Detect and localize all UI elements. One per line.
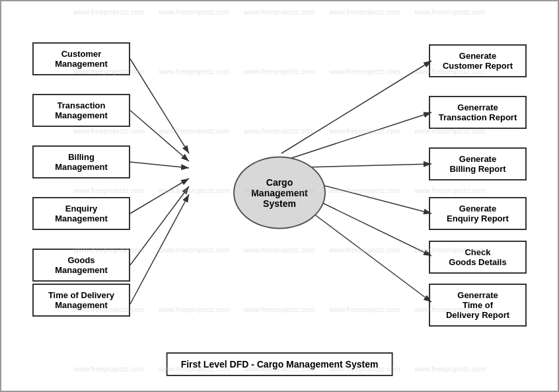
- svg-line-2: [130, 110, 189, 161]
- svg-line-6: [130, 194, 189, 304]
- enquiry-management-box: EnquiryManagement: [32, 197, 130, 230]
- generate-customer-report-box: GenerateCustomer Report: [429, 44, 527, 77]
- bottom-label: First Level DFD - Cargo Management Syste…: [167, 352, 393, 376]
- transaction-management-box: TransactionManagement: [32, 94, 130, 127]
- generate-billing-report-box: GenerateBilling Report: [429, 147, 527, 180]
- billing-management-box: BillingManagement: [32, 145, 130, 178]
- generate-enquiry-report-box: GenerateEnquiry Report: [429, 197, 527, 230]
- svg-line-5: [130, 186, 189, 265]
- svg-line-7: [281, 61, 431, 153]
- check-goods-details-box: CheckGoods Details: [429, 241, 527, 274]
- generate-transaction-report-box: GenerrateTransaction Report: [429, 96, 527, 129]
- goods-management-box: GoodsManagement: [32, 249, 130, 282]
- watermark-1: www.freeprojectz.com www.freeprojectz.co…: [1, 8, 558, 16]
- center-ellipse: CargoManagementSystem: [233, 156, 326, 229]
- svg-line-3: [130, 162, 189, 168]
- svg-line-1: [130, 59, 189, 153]
- customer-management-box: CustomerManagement: [32, 42, 130, 75]
- generate-time-of-delivery-report-box: GenerrateTime ofDelivery Report: [429, 284, 527, 327]
- diagram-container: www.freeprojectz.com www.freeprojectz.co…: [0, 0, 559, 392]
- time-of-delivery-management-box: Time of DeliveryManagement: [32, 284, 130, 317]
- svg-line-8: [281, 112, 431, 161]
- svg-line-4: [130, 178, 189, 214]
